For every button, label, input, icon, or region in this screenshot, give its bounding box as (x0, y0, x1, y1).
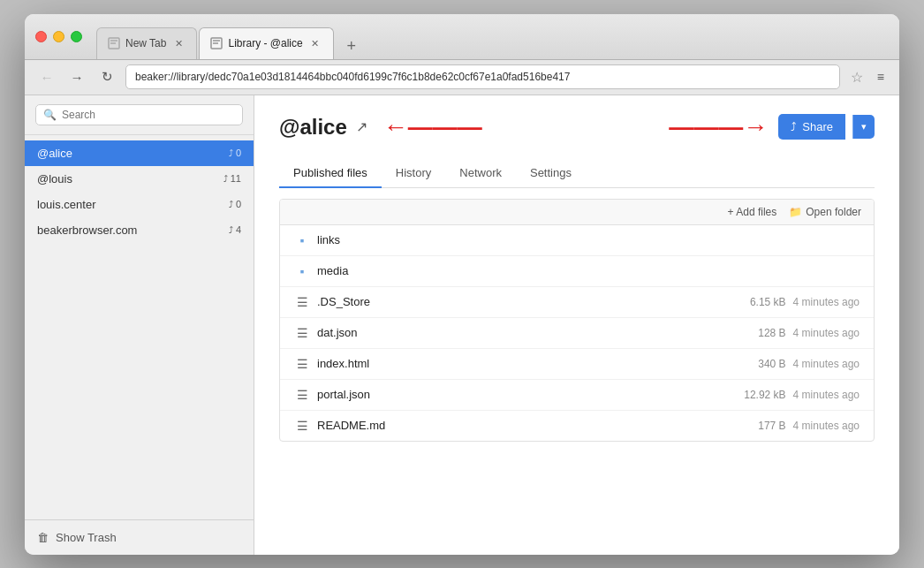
file-size-dat-json: 128 B (758, 327, 785, 339)
sidebar-item-badge-1: ⤴ 11 (223, 173, 241, 184)
annotation-right-arrow: ———→ (669, 113, 768, 141)
add-files-button[interactable]: + Add files (728, 206, 777, 218)
sidebar-item-badge-2: ⤴ 0 (229, 199, 241, 209)
annotation-left-arrow: ←——— (383, 113, 482, 141)
tab-close-button[interactable]: ✕ (171, 36, 186, 50)
tab-close-button-2[interactable]: ✕ (308, 36, 322, 50)
file-icon-5: ☰ (294, 419, 310, 433)
close-button[interactable] (35, 31, 47, 42)
back-button[interactable]: ← (35, 65, 58, 88)
titlebar: New Tab ✕ Library - @alice ✕ + (25, 14, 899, 60)
search-input[interactable] (62, 109, 235, 121)
page-title: @alice (279, 115, 347, 140)
tab-label-2: Library - @alice (228, 37, 302, 49)
file-size-readme: 177 B (758, 420, 785, 432)
url-bar[interactable] (125, 64, 840, 89)
file-name-portal-json: portal.json (317, 388, 731, 401)
search-icon: 🔍 (43, 109, 57, 121)
sidebar-item-louis[interactable]: @louis ⤴ 11 (25, 166, 254, 192)
bookmark-star-icon[interactable]: ☆ (847, 65, 867, 89)
navbar: ← → ↻ ☆ ≡ (25, 60, 899, 95)
sidebar-item-louis-center[interactable]: louis.center ⤴ 0 (25, 192, 254, 217)
browser-window: New Tab ✕ Library - @alice ✕ + ← → ↻ ☆ ≡ (25, 14, 899, 555)
share-icon-3: ⤴ (229, 225, 233, 235)
tab-page-icon (108, 37, 120, 49)
trash-icon: 🗑 (37, 531, 49, 544)
tab-published-files-label: Published files (293, 166, 367, 179)
file-size-index-html: 340 B (758, 358, 785, 370)
open-folder-icon: 📁 (789, 206, 802, 218)
search-input-wrap: 🔍 (35, 104, 243, 125)
sidebar-item-badge-3: ⤴ 4 (229, 224, 241, 235)
file-row-index-html[interactable]: ☰ index.html 340 B 4 minutes ago (280, 349, 874, 380)
show-trash-button[interactable]: 🗑 Show Trash (25, 519, 254, 555)
sidebar-item-alice[interactable]: @alice ⤴ 0 (25, 140, 254, 166)
file-row-media[interactable]: ▪ media (280, 256, 874, 287)
file-icon: ☰ (294, 295, 310, 309)
content-title-group: @alice ↗ ←——— (279, 113, 482, 141)
file-row-readme[interactable]: ☰ README.md 177 B 4 minutes ago (280, 411, 874, 441)
sidebar: 🔍 @alice ⤴ 0 @louis ⤴ 11 (25, 95, 254, 555)
tab-settings-label: Settings (530, 166, 572, 179)
tab-settings[interactable]: Settings (516, 159, 586, 188)
tab-page-icon-2 (210, 37, 223, 49)
forward-button[interactable]: → (65, 65, 88, 88)
share-dropdown-button[interactable]: ▾ (852, 115, 875, 139)
traffic-lights (35, 31, 82, 42)
reload-button[interactable]: ↻ (95, 65, 118, 88)
tab-history-label: History (396, 166, 431, 179)
share-icon-0: ⤴ (229, 148, 233, 158)
file-icon-2: ☰ (294, 326, 310, 340)
file-size-ds-store: 6.15 kB (750, 296, 786, 308)
tab-label: New Tab (125, 37, 166, 49)
file-row-links[interactable]: ▪ links (280, 225, 874, 256)
open-folder-button[interactable]: 📁 Open folder (789, 206, 861, 218)
file-row-ds-store[interactable]: ☰ .DS_Store 6.15 kB 4 minutes ago (280, 287, 874, 318)
file-name: links (317, 233, 860, 246)
browser-menu-icon[interactable]: ≡ (874, 66, 889, 87)
file-icon-4: ☰ (294, 388, 310, 402)
file-time-ds-store: 4 minutes ago (793, 296, 860, 308)
content-tabs: Published files History Network Settings (279, 159, 875, 188)
new-tab-button[interactable]: + (339, 34, 364, 59)
file-time-dat-json: 4 minutes ago (793, 327, 860, 339)
file-name-index-html: index.html (317, 357, 746, 370)
sidebar-item-badge-0: ⤴ 0 (229, 148, 241, 158)
tab-new-tab[interactable]: New Tab ✕ (96, 27, 197, 59)
file-icon-3: ☰ (294, 357, 310, 371)
file-row-dat-json[interactable]: ☰ dat.json 128 B 4 minutes ago (280, 318, 874, 349)
chevron-down-icon: ▾ (861, 121, 867, 132)
folder-icon-2: ▪ (294, 264, 310, 278)
share-button[interactable]: ⤴ Share (778, 114, 845, 140)
sidebar-search-container: 🔍 (25, 95, 254, 135)
tab-network-label: Network (459, 166, 502, 179)
main-layout: 🔍 @alice ⤴ 0 @louis ⤴ 11 (25, 95, 899, 555)
file-time-index-html: 4 minutes ago (793, 358, 860, 370)
tabs-bar: New Tab ✕ Library - @alice ✕ + (96, 14, 889, 59)
sidebar-items: @alice ⤴ 0 @louis ⤴ 11 louis.center (25, 135, 254, 519)
open-folder-label: Open folder (806, 206, 861, 218)
share-btn-icon: ⤴ (791, 120, 797, 133)
share-icon-2: ⤴ (229, 200, 233, 209)
tab-library-alice[interactable]: Library - @alice ✕ (199, 27, 333, 59)
minimize-button[interactable] (53, 31, 64, 42)
tab-network[interactable]: Network (445, 159, 516, 188)
content-header: @alice ↗ ←——— ———→ ⤴ Share ▾ (279, 113, 875, 141)
sidebar-item-beakerbrowser[interactable]: beakerbrowser.com ⤴ 4 (25, 217, 254, 243)
share-btn-label: Share (802, 120, 833, 133)
header-right: ———→ ⤴ Share ▾ (669, 113, 875, 141)
folder-icon: ▪ (294, 233, 310, 247)
file-name-ds-store: .DS_Store (317, 295, 738, 308)
file-name-readme: README.md (317, 419, 746, 432)
file-name-media: media (317, 264, 860, 277)
file-time-portal-json: 4 minutes ago (793, 389, 860, 401)
file-listing-header: + Add files 📁 Open folder (280, 200, 874, 225)
tab-history[interactable]: History (382, 159, 445, 188)
show-trash-label: Show Trash (56, 531, 117, 544)
maximize-button[interactable] (71, 31, 82, 42)
tab-published-files[interactable]: Published files (279, 159, 382, 188)
content-area: @alice ↗ ←——— ———→ ⤴ Share ▾ (254, 95, 899, 555)
share-icon-1: ⤴ (223, 174, 228, 184)
external-link-icon[interactable]: ↗ (356, 118, 367, 135)
file-row-portal-json[interactable]: ☰ portal.json 12.92 kB 4 minutes ago (280, 380, 874, 411)
